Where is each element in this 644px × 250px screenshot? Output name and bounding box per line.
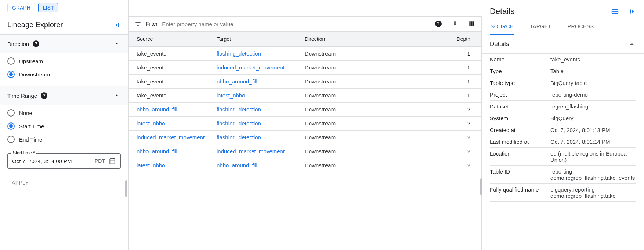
source-cell[interactable]: nbbo_around_fill [137, 106, 177, 113]
property-value: Oct 7, 2024, 8:01:13 PM [550, 127, 636, 133]
section-timerange-header[interactable]: Time Range? [0, 86, 128, 105]
filter-input[interactable] [162, 21, 431, 27]
tab-target[interactable]: TARGET [529, 19, 552, 35]
radio-endtime[interactable]: End Time [7, 133, 121, 146]
target-cell[interactable]: induced_market_movement [217, 64, 285, 71]
table-header: Source Target Direction Depth [129, 32, 481, 47]
direction-cell: Downstream [305, 64, 371, 71]
target-cell[interactable]: nbbo_around_fill [217, 78, 257, 85]
scrollbar[interactable] [480, 178, 482, 195]
tab-source[interactable]: SOURCE [490, 19, 514, 35]
table-row: take_eventsflashing_detectionDownstream1 [129, 47, 481, 61]
direction-cell: Downstream [305, 78, 371, 85]
property-key: Table type [490, 80, 550, 86]
property-key: Name [490, 56, 550, 63]
col-direction[interactable]: Direction [305, 36, 371, 42]
property-key: Fully qualified name [490, 186, 550, 199]
starttime-input[interactable]: StartTime * Oct 7, 2024, 3:14:00 PM PDT [7, 153, 121, 169]
direction-cell: Downstream [305, 50, 371, 57]
collapse-panel-icon[interactable] [628, 7, 636, 15]
depth-cell: 1 [371, 92, 481, 99]
filter-label: Filter [146, 21, 158, 27]
property-key: Created at [490, 127, 550, 133]
starttime-value: Oct 7, 2024, 3:14:00 PM [12, 158, 91, 164]
property-row: Projectreporting-demo [490, 89, 636, 101]
property-value: reporting-demo [550, 92, 636, 98]
source-cell[interactable]: latest_nbbo [137, 120, 165, 126]
target-cell[interactable]: flashing_detection [217, 134, 261, 140]
property-key: Table ID [490, 168, 550, 181]
radio-upstream-label: Upstream [19, 58, 43, 64]
col-source[interactable]: Source [129, 36, 217, 42]
table-row: latest_nbboflashing_detectionDownstream2 [129, 117, 481, 131]
columns-icon[interactable] [468, 20, 475, 28]
table-row: latest_nbbonbbo_around_fillDownstream2 [129, 158, 481, 172]
help-icon[interactable]: ? [33, 40, 39, 47]
table-row: take_eventsnbbo_around_fillDownstream1 [129, 75, 481, 89]
section-timerange-label: Time Range [7, 93, 37, 99]
table-row: take_eventslatest_nbboDownstream1 [129, 89, 481, 103]
depth-cell: 1 [371, 50, 481, 57]
depth-cell: 1 [371, 78, 481, 85]
property-key: Last modified at [490, 139, 550, 145]
source-cell: take_events [137, 92, 166, 99]
scrollbar[interactable] [125, 180, 127, 197]
direction-cell: Downstream [305, 106, 371, 113]
target-cell[interactable]: flashing_detection [217, 120, 261, 126]
calendar-icon[interactable] [109, 157, 116, 165]
property-value: Oct 7, 2024, 8:01:14 PM [550, 139, 636, 145]
radio-downstream[interactable]: Downstream [7, 68, 121, 81]
radio-upstream[interactable]: Upstream [7, 54, 121, 68]
target-cell[interactable]: latest_nbbo [217, 92, 245, 99]
property-value: reporting-demo.regrep_flashing.take_even… [550, 168, 636, 181]
source-cell: take_events [137, 78, 166, 85]
table-row: nbbo_around_fillflashing_detectionDownst… [129, 103, 481, 117]
source-cell[interactable]: induced_market_movement [137, 134, 205, 140]
property-key: Dataset [490, 103, 550, 110]
depth-cell: 2 [371, 134, 481, 140]
starttime-tz: PDT [95, 158, 105, 164]
property-value: BigQuery table [550, 80, 636, 86]
property-value: Table [550, 68, 636, 74]
details-section-label: Details [490, 40, 509, 48]
radio-starttime[interactable]: Start Time [7, 119, 121, 133]
direction-cell: Downstream [305, 162, 371, 168]
section-direction-header[interactable]: Direction? [0, 35, 128, 53]
help-icon[interactable]: ? [41, 92, 47, 99]
target-cell[interactable]: flashing_detection [217, 50, 261, 57]
property-row: Table typeBigQuery table [490, 77, 636, 89]
col-depth[interactable]: Depth [371, 36, 481, 42]
target-cell[interactable]: induced_market_movement [217, 148, 285, 154]
col-target[interactable]: Target [217, 36, 305, 42]
radio-none[interactable]: None [7, 106, 121, 119]
table-row: take_eventsinduced_market_movementDownst… [129, 61, 481, 75]
property-row: TypeTable [490, 65, 636, 77]
property-value: take_events [550, 56, 636, 63]
details-title: Details [490, 7, 514, 16]
tab-process[interactable]: PROCESS [567, 19, 595, 35]
chevron-up-icon [628, 40, 636, 48]
property-row: Nametake_events [490, 54, 636, 65]
property-value: eu (multiple regions in European Union) [550, 150, 636, 163]
property-value: BigQuery [550, 115, 636, 121]
apply-button[interactable]: APPLY [8, 177, 33, 189]
source-cell[interactable]: nbbo_around_fill [137, 148, 177, 154]
depth-cell: 2 [371, 106, 481, 113]
target-cell[interactable]: flashing_detection [217, 106, 261, 113]
depth-cell: 2 [371, 120, 481, 126]
panel-layout-icon[interactable] [611, 7, 619, 15]
help-icon[interactable]: ? [435, 21, 442, 27]
radio-endtime-label: End Time [19, 136, 42, 143]
target-cell[interactable]: nbbo_around_fill [217, 162, 257, 168]
source-cell[interactable]: latest_nbbo [137, 162, 165, 168]
property-key: Location [490, 150, 550, 163]
tab-list[interactable]: LIST [38, 3, 59, 12]
property-value: bigquery:reporting-demo.regrep_flashing.… [550, 186, 636, 199]
sidebar-title: Lineage Explorer [7, 21, 63, 29]
details-section-header[interactable]: Details [482, 35, 644, 54]
collapse-sidebar-icon[interactable] [113, 21, 121, 29]
download-icon[interactable] [451, 20, 459, 28]
property-key: Project [490, 92, 550, 98]
tab-graph[interactable]: GRAPH [7, 3, 35, 12]
chevron-up-icon [113, 92, 121, 100]
